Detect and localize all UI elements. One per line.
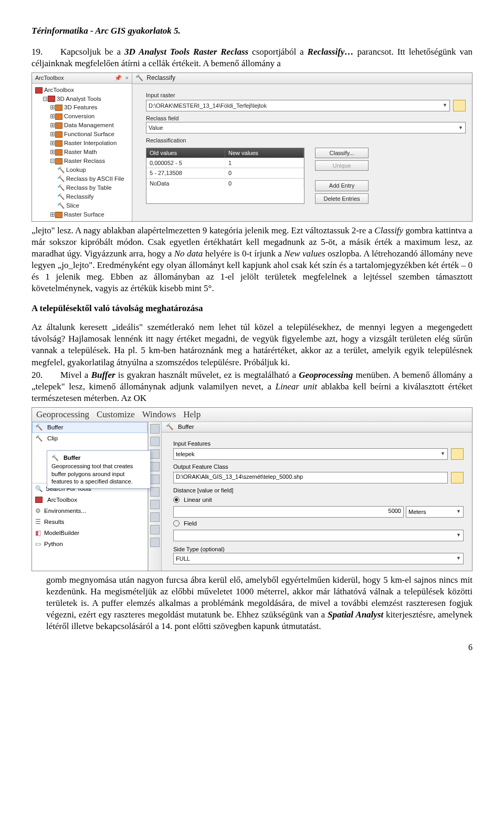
table-row: NoData0 [146, 178, 304, 188]
label-linear-unit: Linear unit [184, 496, 212, 504]
chevron-down-icon[interactable]: ▼ [456, 555, 461, 562]
tool-icon[interactable] [150, 449, 160, 459]
page-header: Térinformatika - Arc GIS gyakorlatok 5. [32, 25, 472, 37]
vertical-toolbar [148, 422, 162, 571]
buffer-tooltip: 🔨Buffer Geoprocessing tool that creates … [47, 450, 151, 489]
tool-icon[interactable] [150, 538, 160, 547]
chevron-down-icon[interactable]: ▼ [440, 451, 445, 457]
tree-lookup[interactable]: 🔨Lookup [33, 166, 131, 174]
arctoolbox-panel: ArcToolbox 📌 × ArcToolbox ⊟3D Analyst To… [32, 73, 132, 221]
browse-button[interactable] [451, 472, 464, 483]
tool-icon[interactable] [150, 475, 160, 484]
hammer-icon: 🔨 [51, 454, 59, 461]
reclass-table[interactable]: Old values New values 0,000052 - 51 5 - … [146, 148, 304, 204]
close-icon[interactable]: × [125, 75, 129, 81]
hammer-icon: 🔨 [57, 176, 65, 182]
distance-unit-combo[interactable]: Meters▼ [406, 506, 464, 518]
section-title: A településektől való távolság meghatáro… [32, 303, 472, 314]
hammer-icon: 🔨 [57, 167, 65, 173]
tree-3danalyst[interactable]: ⊟3D Analyst Tools [33, 95, 131, 104]
menu-item-python[interactable]: ▭Python [32, 539, 148, 550]
tool-icon[interactable] [150, 487, 160, 497]
input-raster-field[interactable]: D:\ORAK\MESTERI_13_14\Földi_Terfejl\lejt… [146, 100, 450, 111]
tree-reclass-ascii[interactable]: 🔨Reclass by ASCII File [33, 174, 131, 183]
tree-root[interactable]: ArcToolbox [33, 86, 131, 95]
tree-reclass-table[interactable]: 🔨Reclass by Table [33, 183, 131, 192]
search-icon: 🔍 [35, 485, 43, 493]
radio-field[interactable] [173, 520, 180, 527]
unique-button[interactable]: Unique [315, 160, 369, 171]
input-features-combo[interactable]: telepek▼ [173, 448, 448, 460]
classify-button[interactable]: Classify... [315, 148, 369, 158]
page-number: 6 [32, 642, 472, 653]
reclass-field-combo[interactable]: Value▼ [146, 122, 466, 133]
label-input-raster: Input raster [146, 91, 466, 99]
table-row: 5 - 27,135080 [146, 168, 304, 178]
reclassify-dialog: 🔨 Reclassify Input raster D:\ORAK\MESTER… [132, 73, 472, 221]
para-19-num: 19. [32, 46, 60, 58]
tool-icon[interactable] [150, 437, 160, 446]
th-new: New values [225, 148, 304, 158]
table-row: 0,000052 - 51 [146, 158, 304, 168]
menu-item-clip[interactable]: 🔨Clip [32, 433, 148, 444]
add-entry-button[interactable]: Add Entry [315, 180, 369, 191]
menu-geoprocessing[interactable]: Geoprocessing [36, 409, 89, 420]
menu-item-arctoolbox[interactable]: ArcToolbox [32, 495, 148, 506]
label-distance: Distance [value or field] [173, 487, 464, 494]
toolbox-icon [35, 497, 43, 503]
reclassify-title: Reclassify [146, 74, 175, 81]
browse-button[interactable] [451, 448, 464, 460]
para-20: 20.Mivel a Buffer is gyakran használt mű… [32, 369, 472, 404]
output-class-field[interactable]: D:\ORAK\Alk_GIS_13_14\szemét\telep_5000.… [173, 472, 448, 483]
tree-slice[interactable]: 🔨Slice [33, 201, 131, 210]
hammer-icon: 🔨 [166, 423, 173, 431]
tree-rinterp[interactable]: ⊞Raster Interpolation [33, 139, 131, 148]
menu-windows[interactable]: Windows [142, 409, 176, 420]
pin-icon[interactable]: 📌 [114, 75, 122, 81]
tree-conversion[interactable]: ⊞Conversion [33, 112, 131, 121]
tool-icon[interactable] [150, 525, 160, 534]
python-icon: ▭ [35, 540, 41, 548]
buffer-title: Buffer [178, 423, 194, 431]
tree-rreclass[interactable]: ⊟Raster Reclass [33, 157, 131, 166]
menu-help[interactable]: Help [183, 409, 201, 420]
menu-item-results[interactable]: ☰Results [32, 517, 148, 528]
chevron-down-icon[interactable]: ▼ [456, 509, 461, 515]
model-icon: ◧ [35, 529, 41, 537]
radio-linear[interactable] [173, 497, 180, 503]
reclassify-screenshot: ArcToolbox 📌 × ArcToolbox ⊟3D Analyst To… [32, 73, 472, 221]
tool-icon[interactable] [150, 462, 160, 471]
tool-icon[interactable] [150, 424, 160, 434]
menu-item-modelbuilder[interactable]: ◧ModelBuilder [32, 528, 148, 539]
label-field-option: Field [184, 520, 197, 528]
tree-funcsurf[interactable]: ⊞Functional Surface [33, 130, 131, 139]
menu-customize[interactable]: Customize [97, 409, 135, 420]
label-reclass-field: Reclass field [146, 115, 466, 122]
tree-rsurface[interactable]: ⊞Raster Surface [33, 210, 131, 219]
text-after-buffer: gomb megnyomása után nagyon furcsa ábra … [32, 574, 472, 632]
chevron-down-icon[interactable]: ▼ [458, 125, 463, 131]
menu-item-buffer[interactable]: 🔨Buffer [32, 422, 148, 433]
chevron-down-icon[interactable]: ▼ [443, 102, 447, 109]
label-reclassification: Reclassification [146, 137, 466, 144]
tool-icon[interactable] [150, 500, 160, 509]
browse-button[interactable] [453, 100, 466, 111]
hammer-icon: 🔨 [57, 193, 65, 200]
tree-3dfeatures[interactable]: ⊞3D Features [33, 103, 131, 112]
label-side-type: Side Type (optional) [173, 545, 464, 553]
hammer-icon: 🔨 [57, 184, 65, 191]
field-combo[interactable]: ▼ [173, 530, 464, 541]
tree-reclassify[interactable]: 🔨Reclassify [33, 192, 131, 201]
toolbox-tree: ArcToolbox ⊟3D Analyst Tools ⊞3D Feature… [32, 84, 132, 221]
geoprocessing-menu: 🔨Buffer 🔨Clip 🔨Buffer Geoprocessing tool… [32, 422, 148, 571]
tree-datamgmt[interactable]: ⊞Data Management [33, 121, 131, 130]
menu-item-environments[interactable]: ⚙Environments... [32, 506, 148, 517]
side-type-combo[interactable]: FULL▼ [173, 553, 464, 564]
delete-entries-button[interactable]: Delete Entries [315, 193, 369, 204]
arctoolbox-title: ArcToolbox [35, 74, 64, 81]
tool-icon[interactable] [150, 512, 160, 522]
tree-rmath[interactable]: ⊞Raster Math [33, 148, 131, 157]
section-para: Az általunk keresett „ideális" szemétler… [32, 322, 472, 368]
hammer-icon: 🔨 [35, 424, 43, 431]
distance-value-field[interactable]: 5000 [173, 506, 404, 518]
